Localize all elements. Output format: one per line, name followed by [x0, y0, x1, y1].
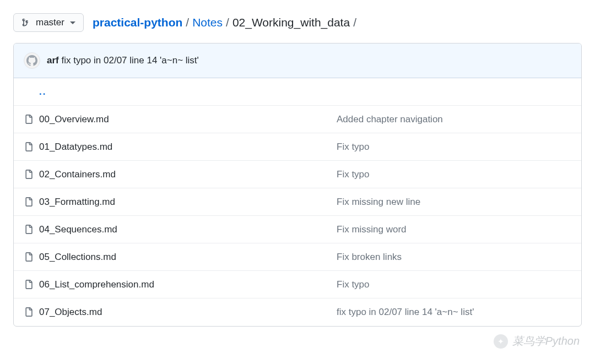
file-row: 02_Containers.md Fix typo [14, 161, 581, 188]
author-avatar[interactable] [24, 52, 40, 69]
breadcrumb-part-1: 02_Working_with_data [232, 16, 350, 29]
up-directory-link[interactable]: .. [39, 86, 46, 97]
breadcrumb-part-0[interactable]: Notes [192, 16, 223, 29]
github-logo-icon [26, 55, 37, 66]
branch-select-button[interactable]: master [13, 13, 84, 32]
file-commit-message[interactable]: Fix missing new line [337, 197, 420, 207]
file-row: 03_Formatting.md Fix missing new line [14, 188, 581, 216]
file-icon [24, 170, 34, 180]
file-link[interactable]: 05_Collections.md [39, 252, 116, 262]
file-link[interactable]: 06_List_comprehension.md [39, 279, 154, 290]
commit-author[interactable]: arf [47, 55, 59, 66]
file-row: 05_Collections.md Fix broken links [14, 243, 581, 271]
caret-down-icon [70, 21, 75, 24]
file-row: 04_Sequences.md Fix missing word [14, 216, 581, 243]
file-commit-message[interactable]: Fix typo [337, 169, 370, 180]
latest-commit-bar[interactable]: arf fix typo in 02/07 line 14 'a~n~ list… [14, 44, 581, 78]
file-icon [24, 307, 34, 317]
file-icon [24, 225, 34, 235]
file-link[interactable]: 07_Objects.md [39, 307, 102, 317]
file-icon [24, 115, 34, 124]
breadcrumb-repo[interactable]: practical-python [93, 16, 182, 29]
file-link[interactable]: 00_Overview.md [39, 114, 109, 124]
file-link[interactable]: 02_Containers.md [39, 169, 116, 180]
file-row: 00_Overview.md Added chapter navigation [14, 106, 581, 133]
file-icon [24, 252, 34, 262]
file-commit-message[interactable]: Fix broken links [337, 252, 402, 262]
file-commit-message[interactable]: Fix typo [337, 142, 370, 152]
file-link[interactable]: 03_Formatting.md [39, 197, 115, 207]
file-icon [24, 142, 34, 152]
file-commit-message[interactable]: fix typo in 02/07 line 14 'a~n~ list' [337, 307, 474, 317]
file-commit-message[interactable]: Added chapter navigation [337, 114, 443, 124]
branch-name: master [36, 17, 64, 28]
git-branch-icon [21, 18, 31, 28]
files-list: .. 00_Overview.md Added chapter navigati… [14, 78, 581, 326]
file-row: 06_List_comprehension.md Fix typo [14, 271, 581, 298]
breadcrumb: practical-python / Notes / 02_Working_wi… [93, 16, 356, 29]
up-directory-row[interactable]: .. [14, 78, 581, 106]
file-icon [24, 280, 34, 290]
file-listing-box: arf fix typo in 02/07 line 14 'a~n~ list… [13, 43, 582, 327]
commit-message[interactable]: fix typo in 02/07 line 14 'a~n~ list' [61, 55, 198, 66]
file-row: 01_Datatypes.md Fix typo [14, 133, 581, 161]
file-link[interactable]: 01_Datatypes.md [39, 142, 112, 152]
file-commit-message[interactable]: Fix typo [337, 279, 370, 290]
file-icon [24, 197, 34, 207]
file-row: 07_Objects.md fix typo in 02/07 line 14 … [14, 298, 581, 326]
file-commit-message[interactable]: Fix missing word [337, 224, 407, 235]
file-link[interactable]: 04_Sequences.md [39, 224, 117, 235]
